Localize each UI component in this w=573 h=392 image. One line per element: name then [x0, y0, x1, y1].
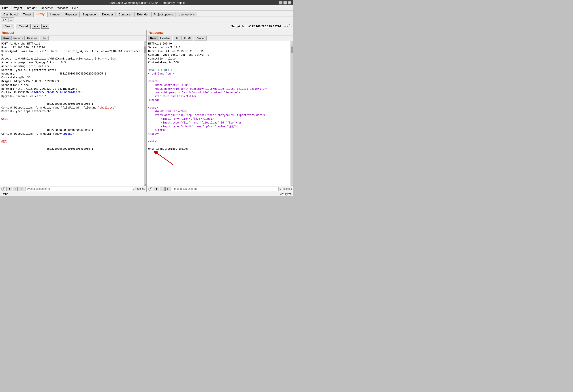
request-content[interactable]: POST /index.php HTTP/1.1 Host: 192.168.2… [0, 41, 144, 186]
content-area: Request Raw Params Headers Hex POST /ind… [0, 30, 293, 192]
window-title: Burp Suite Community Edition v2.1.04 - T… [15, 1, 279, 4]
request-header: Request [0, 30, 146, 36]
response-tab-html[interactable]: HTML [182, 36, 193, 40]
subtab-1[interactable]: 1 × [1, 18, 8, 22]
target-help-icon[interactable]: ? [287, 24, 291, 28]
window-controls[interactable]: ─ □ ✕ [279, 1, 291, 4]
response-scrollbar[interactable]: ▲ ▼ [290, 41, 293, 186]
tab-comparer[interactable]: Comparer [116, 12, 134, 17]
nav-next-button[interactable]: ►▼ [41, 24, 50, 29]
tab-repeater[interactable]: Repeater [63, 12, 80, 17]
tab-sequencer[interactable]: Sequencer [80, 12, 99, 17]
request-tabs: Raw Params Headers Hex [0, 36, 146, 41]
status-right: 726 bytes [280, 192, 291, 196]
tab-decoder[interactable]: Decoder [100, 12, 115, 17]
response-search-matches: 0 matches [280, 187, 292, 190]
response-scrollbar-down[interactable]: ▼ [291, 183, 293, 186]
target-label: Target: http://192.168.220.129:32774 [232, 25, 281, 28]
response-search-help-icon[interactable]: ? [148, 187, 152, 191]
send-button[interactable]: Send [2, 24, 14, 29]
close-button[interactable]: ✕ [288, 1, 291, 4]
request-tab-headers[interactable]: Headers [25, 36, 39, 40]
tab-project-options[interactable]: Project options [151, 12, 176, 17]
menu-intruder[interactable]: Intruder [25, 6, 38, 10]
scrollbar-down[interactable]: ▼ [144, 183, 147, 186]
response-search-bar: ? ◄ + ► 0 matches [147, 186, 293, 192]
menu-bar: Burp Project Intruder Repeater Window He… [0, 5, 293, 11]
request-search-matches: 0 matches [133, 187, 145, 190]
menu-window[interactable]: Window [56, 6, 69, 10]
request-tab-params[interactable]: Params [11, 36, 25, 40]
request-panel: Request Raw Params Headers Hex POST /ind… [0, 30, 147, 192]
main-tab-bar: Dashboard Target Proxy Intruder Repeater… [0, 11, 293, 17]
title-bar: Burp Suite Community Edition v2.1.04 - T… [0, 0, 293, 5]
request-search-input[interactable] [25, 187, 132, 191]
response-tab-hex[interactable]: Hex [173, 36, 181, 40]
response-content[interactable]: HTTP/1.1 200 OK Server: nginx/1.10.3 Dat… [147, 41, 290, 186]
response-tab-raw[interactable]: Raw [148, 36, 158, 40]
svg-line-1 [157, 153, 173, 164]
maximize-button[interactable]: □ [283, 1, 287, 4]
response-panel: Response Raw Headers Hex HTML Render HTT… [147, 30, 293, 192]
response-scrollbar-thumb[interactable] [291, 47, 293, 53]
request-tab-hex[interactable]: Hex [40, 36, 48, 40]
menu-repeater[interactable]: Repeater [40, 6, 54, 10]
response-search-input[interactable] [172, 187, 279, 191]
menu-project[interactable]: Project [11, 6, 23, 10]
subtab-dots[interactable]: ... [8, 18, 14, 22]
cancel-button[interactable]: Cancel [16, 24, 30, 29]
tab-intruder[interactable]: Intruder [47, 12, 62, 17]
status-bar: Done 726 bytes [0, 192, 293, 196]
status-left: Done [2, 192, 8, 196]
tab-dashboard[interactable]: Dashboard [1, 12, 20, 17]
request-search-add[interactable]: + [13, 187, 18, 191]
scrollbar-up[interactable]: ▲ [144, 41, 147, 44]
response-header: Response [147, 30, 293, 36]
menu-help[interactable]: Help [71, 6, 79, 10]
response-search-add[interactable]: + [160, 187, 164, 191]
request-search-help-icon[interactable]: ? [1, 187, 5, 191]
response-search-next[interactable]: ► [165, 187, 171, 191]
edit-icon[interactable]: ✏ [284, 25, 286, 28]
request-tab-raw[interactable]: Raw [1, 36, 11, 40]
request-search-prev[interactable]: ◄ [6, 187, 12, 191]
request-scrollbar[interactable]: ▲ ▼ [144, 41, 146, 186]
nav-prev-button[interactable]: ◄▼ [32, 24, 40, 29]
request-search-bar: ? ◄ + ► 0 matches [0, 186, 146, 192]
tab-user-options[interactable]: User options [176, 12, 197, 17]
tab-target[interactable]: Target [21, 12, 34, 17]
toolbar: Send Cancel ◄▼ ►▼ Target: http://192.168… [0, 23, 293, 30]
sub-tab-bar: 1 × ... [0, 17, 293, 23]
arrow-annotation [153, 151, 179, 167]
response-tabs: Raw Headers Hex HTML Render [147, 36, 293, 41]
menu-burp[interactable]: Burp [1, 6, 10, 10]
tab-extender[interactable]: Extender [134, 12, 151, 17]
response-tab-render[interactable]: Render [194, 36, 207, 40]
minimize-button[interactable]: ─ [279, 1, 283, 4]
response-scrollbar-up[interactable]: ▲ [291, 41, 293, 44]
scrollbar-thumb[interactable] [144, 47, 146, 53]
response-tab-headers[interactable]: Headers [158, 36, 172, 40]
tab-proxy[interactable]: Proxy [34, 11, 47, 17]
request-body: POST /index.php HTTP/1.1 Host: 192.168.2… [0, 41, 146, 186]
response-body: HTTP/1.1 200 OK Server: nginx/1.10.3 Dat… [147, 41, 293, 186]
response-search-prev[interactable]: ◄ [153, 187, 159, 191]
request-search-next[interactable]: ► [18, 187, 24, 191]
